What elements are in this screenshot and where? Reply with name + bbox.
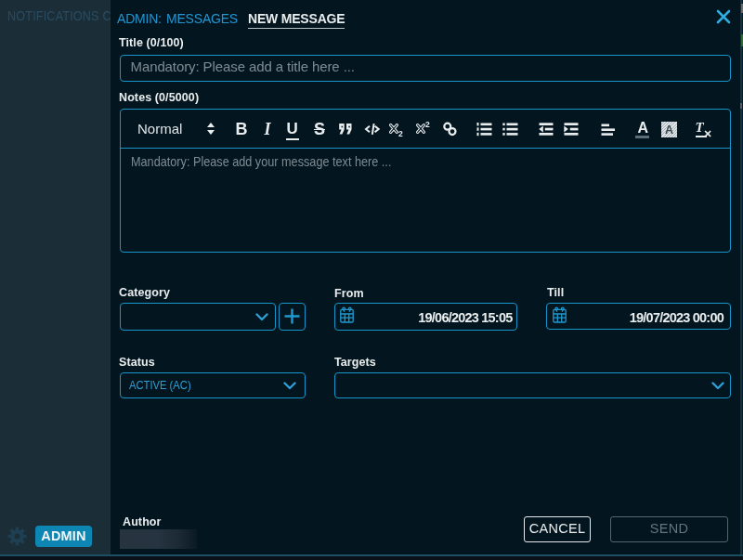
svg-text:2: 2	[398, 129, 403, 137]
svg-text:2: 2	[425, 121, 430, 129]
svg-text:A: A	[664, 124, 672, 137]
